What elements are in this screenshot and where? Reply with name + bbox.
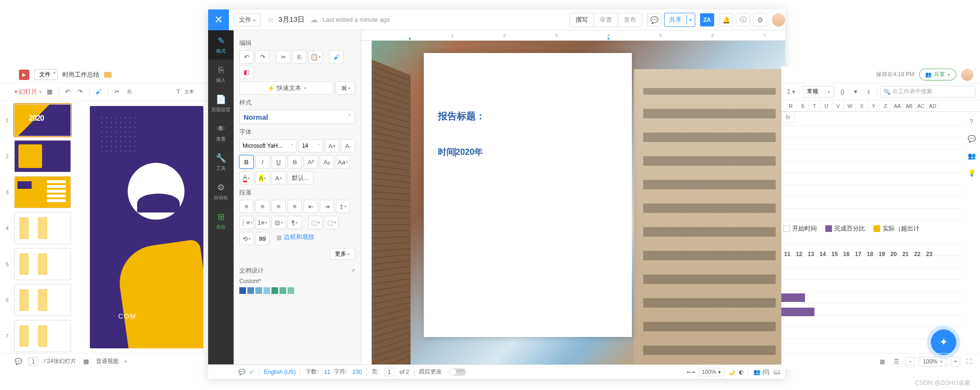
swatch[interactable] (288, 287, 294, 294)
increase-font-button[interactable]: A+ (325, 139, 339, 152)
question-icon[interactable]: ? (966, 116, 977, 127)
page-indicator[interactable]: 页: 1 of 2 (372, 368, 409, 376)
folder-icon[interactable] (104, 72, 112, 78)
char-count[interactable]: 字符: 230 (334, 368, 362, 376)
sidenav-table[interactable]: ⊞表格 (208, 206, 234, 236)
quick-text-button[interactable]: ⚡快速文本 (239, 81, 333, 95)
col-header[interactable]: Z (880, 100, 892, 111)
redo-icon[interactable]: ↷ (76, 88, 85, 96)
toggle-switch[interactable]: OFF (449, 368, 466, 376)
swatch[interactable] (239, 287, 246, 294)
page-heading-1[interactable]: 报告标题： (438, 110, 618, 123)
swatch[interactable] (247, 287, 254, 294)
horizontal-ruler[interactable]: ▾ 1 2 3 ▾ 4 5 6 7 (361, 30, 785, 41)
search-input[interactable]: 🔍 在工作表中搜索 (880, 86, 975, 98)
slide-thumb-6[interactable] (14, 284, 71, 316)
color-swatches[interactable] (239, 287, 355, 294)
view-mode[interactable]: 普通视图 (96, 357, 119, 365)
language-selector[interactable]: English (US) (264, 369, 296, 375)
comment-icon[interactable]: 💬 (14, 357, 23, 366)
outdent-button[interactable]: ⇤ (304, 200, 318, 213)
cut-button[interactable]: ✂ (276, 50, 290, 63)
col-header[interactable]: Y (868, 100, 880, 111)
bullet-list-button[interactable]: ⋮≡ (239, 216, 254, 229)
col-header[interactable]: S (797, 100, 809, 111)
col-header[interactable]: R (785, 100, 797, 111)
subscript-button[interactable]: A₂ (320, 155, 334, 168)
text-effect-button[interactable]: A (271, 171, 286, 185)
doc-date[interactable]: 3月13日 (279, 15, 305, 24)
slide-thumb-4[interactable] (14, 212, 71, 244)
undo-button[interactable]: ↶ (239, 50, 254, 63)
grid-view-icon[interactable]: ▦ (877, 356, 887, 367)
columns-icon[interactable]: ⫿ (864, 87, 874, 97)
zoom-out-button[interactable]: − (905, 357, 915, 366)
underline-button[interactable]: U (271, 155, 286, 168)
sheets-grid[interactable]: 开始时间 完成百分比 实际（超出计 1112131415161718192021… (781, 123, 963, 350)
paste-button[interactable]: 📋 (308, 50, 323, 63)
close-button[interactable]: ✕ (208, 9, 229, 30)
user-avatar[interactable] (772, 13, 785, 27)
default-button[interactable]: 默认... (288, 171, 314, 185)
vertical-ruler[interactable] (361, 41, 372, 364)
col-header[interactable]: V (832, 100, 844, 111)
mode-review[interactable]: 审查 (594, 13, 618, 27)
more-button[interactable]: 更多 (330, 248, 355, 260)
decrease-font-button[interactable]: A- (341, 139, 355, 152)
sidenav-automation[interactable]: ⚙自动化 (208, 177, 234, 206)
multilevel-list-button[interactable]: ⊟ (271, 216, 286, 229)
font-color-button[interactable]: A (239, 171, 254, 185)
style-select[interactable]: Normal (239, 110, 355, 124)
reader-mode-icon[interactable]: 📖 (773, 369, 780, 375)
col-header[interactable]: AA (892, 100, 903, 111)
sigma-icon[interactable]: Σ ▾ (786, 87, 796, 97)
col-header[interactable]: AD (927, 100, 939, 111)
comment-icon[interactable]: 💬 (238, 369, 245, 375)
gantt-bar[interactable] (781, 308, 814, 316)
sidenav-tools[interactable]: 🔧工具 (208, 148, 234, 177)
align-right-button[interactable]: ≡ (271, 200, 286, 213)
swatch[interactable] (271, 287, 278, 294)
slide-thumb-1[interactable] (14, 104, 71, 136)
slide-thumb-5[interactable] (14, 248, 71, 280)
mode-publish[interactable]: 发布 (618, 13, 642, 27)
mode-write[interactable]: 撰写 (570, 13, 594, 27)
share-dropdown-icon[interactable]: ▾ (686, 15, 695, 25)
col-header[interactable]: AB (903, 100, 915, 111)
cut-icon[interactable]: ✂ (113, 88, 122, 96)
slide-canvas[interactable]: COM (90, 106, 203, 348)
fullscreen-icon[interactable]: ⛶ (964, 356, 974, 367)
highlight-button[interactable]: A (255, 171, 270, 185)
quote-button[interactable]: 99 (255, 232, 270, 245)
superscript-button[interactable]: A² (304, 155, 318, 168)
swatch[interactable] (280, 287, 286, 294)
cloud-icon[interactable]: ☁ (310, 15, 318, 24)
indent-button[interactable]: ⇥ (320, 200, 334, 213)
fab-button[interactable]: ✦ (931, 329, 956, 355)
slide-thumb-3[interactable] (14, 176, 71, 208)
chat-icon[interactable]: 💬 (647, 13, 661, 27)
sidenav-page-setup[interactable]: 📄页面设置 (208, 89, 234, 118)
track-changes[interactable]: 跟踪更改 OFF (419, 368, 466, 376)
list-view-icon[interactable]: ☰ (891, 356, 901, 367)
slides-doc-title[interactable]: 时尚工作总结 (62, 71, 99, 79)
align-left-button[interactable]: ≡ (239, 200, 254, 213)
undo-icon[interactable]: ↶ (64, 88, 72, 96)
copy-icon[interactable]: ⎘ (125, 88, 134, 96)
filter-icon[interactable]: ▼ (850, 87, 861, 97)
za-button[interactable]: ZA (700, 13, 714, 27)
collaborators[interactable]: 👥 (0) (753, 369, 770, 375)
brackets-icon[interactable]: {} (837, 87, 848, 97)
col-header[interactable]: AC (915, 100, 927, 111)
sidenav-insert[interactable]: ⎘插入 (208, 60, 234, 89)
rail-people-icon[interactable]: 👥 (966, 151, 977, 161)
align-justify-button[interactable]: ≡ (288, 200, 302, 213)
spacing-before-button[interactable]: ⬚ (308, 216, 323, 229)
format-painter-button[interactable]: 🖌 (329, 50, 343, 63)
copy-button[interactable]: ⎘ (292, 50, 306, 63)
rail-chat-icon[interactable]: 💬 (966, 133, 977, 144)
share-button[interactable]: 共享 ▾ (664, 13, 695, 27)
gantt-bar[interactable] (781, 293, 805, 302)
slides-file-menu[interactable]: 文件 (34, 69, 58, 80)
theme-icon[interactable]: ◐ (739, 369, 744, 375)
